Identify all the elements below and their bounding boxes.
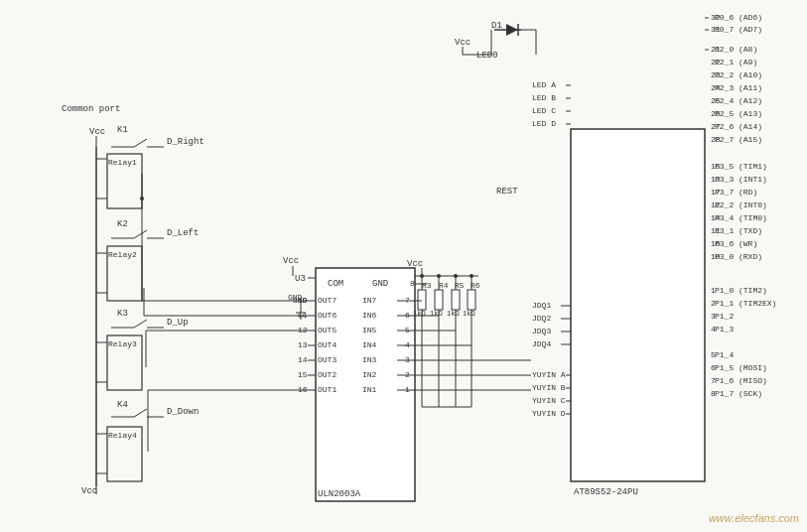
svg-text:REST: REST <box>496 187 518 197</box>
svg-text:K3: K3 <box>117 309 128 319</box>
svg-text:P3_7 (RD): P3_7 (RD) <box>715 188 757 197</box>
main-container: Common port Vcc K1 D_Right Relay1 <box>0 0 807 532</box>
svg-text:P1_3: P1_3 <box>715 325 734 333</box>
svg-text:IN5: IN5 <box>362 326 377 334</box>
svg-point-229 <box>470 274 473 278</box>
svg-line-4 <box>134 139 147 147</box>
svg-text:OUT5: OUT5 <box>318 326 336 334</box>
svg-text:JDQ2: JDQ2 <box>532 314 551 323</box>
svg-text:P2_5 (A13): P2_5 (A13) <box>715 109 762 118</box>
svg-text:P2_0 (A8): P2_0 (A8) <box>715 45 757 54</box>
common-port-label: Common port <box>62 104 120 114</box>
svg-text:P2_6 (A14): P2_6 (A14) <box>715 122 762 131</box>
svg-line-23 <box>134 320 147 328</box>
com-label: COM <box>328 279 343 289</box>
svg-text:1kΩ: 1kΩ <box>413 310 426 318</box>
svg-text:8: 8 <box>410 279 415 288</box>
svg-text:AT89S52-24PU: AT89S52-24PU <box>574 487 638 497</box>
svg-rect-106 <box>452 290 460 310</box>
svg-text:R3: R3 <box>422 281 432 290</box>
svg-text:LED A: LED A <box>532 80 556 89</box>
svg-text:14: 14 <box>298 355 308 364</box>
svg-text:YUYIN D: YUYIN D <box>532 409 566 418</box>
svg-text:1kΩ: 1kΩ <box>463 310 475 318</box>
svg-text:P3_4 (TIM0): P3_4 (TIM0) <box>715 213 767 222</box>
svg-rect-96 <box>418 290 426 310</box>
svg-text:P2_4 (A12): P2_4 (A12) <box>715 96 762 105</box>
svg-text:Relay4: Relay4 <box>108 431 137 440</box>
svg-text:K2: K2 <box>117 219 128 229</box>
svg-text:OUT6: OUT6 <box>318 311 336 320</box>
svg-text:Vcc: Vcc <box>283 256 299 266</box>
svg-text:P0_7 (AD7): P0_7 (AD7) <box>715 25 762 34</box>
svg-rect-116 <box>571 129 705 481</box>
svg-line-32 <box>134 409 147 417</box>
svg-text:Vcc: Vcc <box>89 127 105 137</box>
svg-text:13: 13 <box>298 340 308 349</box>
svg-text:LED B: LED B <box>532 93 556 102</box>
svg-text:P2_2 (INT0): P2_2 (INT0) <box>715 200 767 209</box>
svg-text:P2_7 (A15): P2_7 (A15) <box>715 135 762 144</box>
svg-text:P3_6 (WR): P3_6 (WR) <box>715 239 757 248</box>
svg-text:YUYIN B: YUYIN B <box>532 383 566 392</box>
svg-text:OUT7: OUT7 <box>318 296 336 305</box>
svg-text:ULN2003A: ULN2003A <box>318 489 361 499</box>
svg-text:P1_7 (SCK): P1_7 (SCK) <box>715 389 762 398</box>
svg-text:GND: GND <box>288 293 303 302</box>
svg-marker-120 <box>506 24 518 36</box>
svg-text:P1_5 (MOSI): P1_5 (MOSI) <box>715 363 767 372</box>
svg-text:D_Left: D_Left <box>167 228 199 238</box>
svg-text:P2_2 (A10): P2_2 (A10) <box>715 70 762 79</box>
svg-text:1kΩ: 1kΩ <box>447 310 460 318</box>
svg-text:P1_2: P1_2 <box>715 312 734 321</box>
svg-text:U3: U3 <box>295 274 306 284</box>
svg-rect-111 <box>468 290 475 310</box>
watermark-text: www.elecfans.com <box>709 512 799 524</box>
schematic-area: Common port Vcc K1 D_Right Relay1 <box>0 0 807 532</box>
svg-text:LED0: LED0 <box>476 51 498 61</box>
svg-text:15: 15 <box>298 370 308 379</box>
svg-text:YUYIN C: YUYIN C <box>532 396 566 405</box>
svg-text:IN1: IN1 <box>362 385 377 394</box>
svg-text:OUT2: OUT2 <box>318 370 336 379</box>
svg-text:P1_4: P1_4 <box>715 350 734 359</box>
svg-text:P2_1 (A9): P2_1 (A9) <box>715 58 757 66</box>
svg-text:IN7: IN7 <box>362 296 377 305</box>
svg-text:D_Up: D_Up <box>167 318 189 328</box>
svg-text:K1: K1 <box>117 125 128 135</box>
svg-text:OUT4: OUT4 <box>318 340 336 349</box>
svg-point-226 <box>420 274 424 278</box>
svg-text:JDQ1: JDQ1 <box>532 301 551 310</box>
svg-text:P3_1 (TXD): P3_1 (TXD) <box>715 226 762 235</box>
svg-text:OUT3: OUT3 <box>318 355 336 364</box>
svg-text:P1_1 (TIM2EX): P1_1 (TIM2EX) <box>715 299 776 308</box>
svg-point-225 <box>140 197 144 200</box>
svg-text:YUYIN A: YUYIN A <box>532 370 566 379</box>
svg-point-228 <box>454 274 458 278</box>
svg-text:IN3: IN3 <box>362 355 377 364</box>
svg-text:P3_0 (RXD): P3_0 (RXD) <box>715 252 762 261</box>
svg-text:P3_3 (INT1): P3_3 (INT1) <box>715 175 767 184</box>
svg-text:Vcc: Vcc <box>407 259 423 269</box>
svg-text:P1_0 (TIM2): P1_0 (TIM2) <box>715 286 767 295</box>
svg-text:P3_5 (TIM1): P3_5 (TIM1) <box>715 162 767 171</box>
svg-text:Vcc: Vcc <box>81 486 97 496</box>
svg-text:GND: GND <box>372 279 388 289</box>
svg-text:JDQ3: JDQ3 <box>532 327 551 335</box>
svg-text:D_Down: D_Down <box>167 407 199 417</box>
svg-point-227 <box>437 274 441 278</box>
svg-text:Relay1: Relay1 <box>108 158 137 167</box>
svg-text:IN4: IN4 <box>362 340 377 349</box>
svg-text:P0_6 (AD6): P0_6 (AD6) <box>715 13 762 22</box>
svg-text:R4: R4 <box>439 281 449 290</box>
svg-text:LED D: LED D <box>532 119 556 128</box>
svg-text:1kΩ: 1kΩ <box>430 310 443 318</box>
svg-text:LED C: LED C <box>532 106 556 115</box>
svg-text:Vcc: Vcc <box>455 38 471 48</box>
svg-text:IN6: IN6 <box>362 311 377 320</box>
svg-text:D_Right: D_Right <box>167 137 204 147</box>
svg-text:K4: K4 <box>117 400 128 410</box>
svg-line-14 <box>134 230 147 238</box>
svg-text:JDQ4: JDQ4 <box>532 339 551 348</box>
svg-text:Relay3: Relay3 <box>108 339 137 348</box>
